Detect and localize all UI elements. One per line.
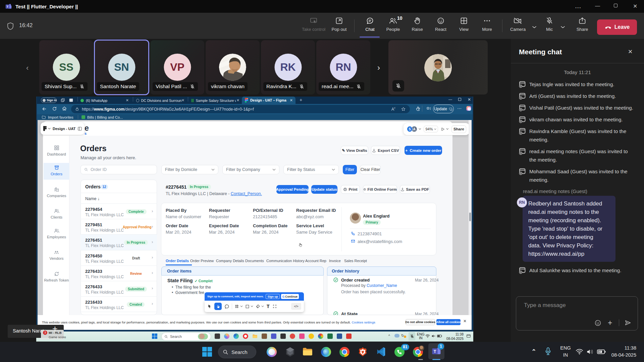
svg-text:T: T	[7, 5, 9, 8]
svg-text:T: T	[434, 349, 436, 354]
